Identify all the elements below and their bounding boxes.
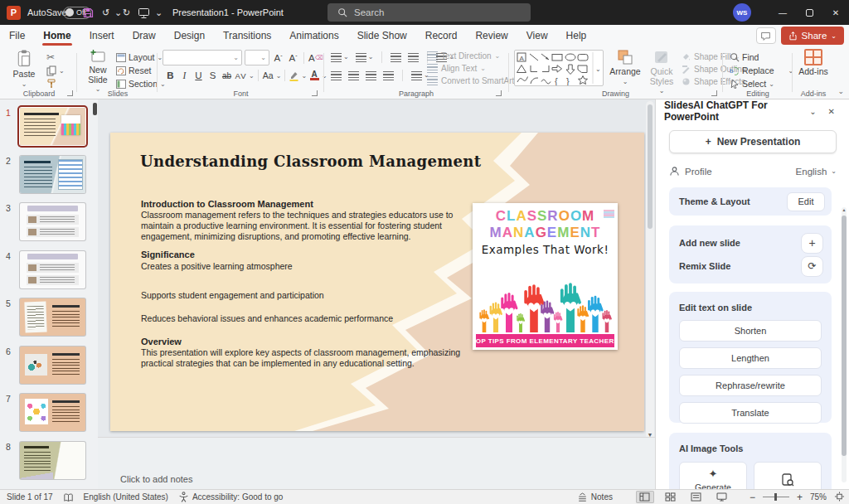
select-button[interactable]: Select ⌄: [730, 77, 793, 90]
image-search-button[interactable]: [754, 462, 822, 489]
edit-theme-button[interactable]: Edit: [787, 192, 825, 211]
tab-record[interactable]: Record: [416, 25, 467, 46]
font-dialog-launcher[interactable]: [312, 90, 318, 96]
scrollbar-thumb[interactable]: [648, 104, 653, 229]
tab-insert[interactable]: Insert: [80, 25, 124, 46]
numbering-button[interactable]: ⌄: [356, 53, 374, 62]
format-painter-button[interactable]: [46, 77, 65, 90]
rephrase-button[interactable]: Rephrase/rewrite: [679, 375, 822, 396]
comments-button[interactable]: [756, 27, 776, 44]
bold-button[interactable]: B: [164, 69, 177, 82]
tab-view[interactable]: View: [517, 25, 557, 46]
strikethrough-button[interactable]: ab: [221, 69, 233, 82]
grow-font-button[interactable]: Aˆ: [272, 51, 284, 65]
slide-3-preview[interactable]: [20, 203, 85, 240]
italic-button[interactable]: I: [178, 69, 191, 82]
quick-access-overflow-icon[interactable]: ⌄: [155, 0, 163, 25]
intro-heading[interactable]: Introduction to Classroom Management: [141, 199, 313, 209]
notes-toggle-button[interactable]: Notes: [577, 492, 613, 502]
zoom-out-button[interactable]: −: [750, 492, 755, 503]
highlight-color-button[interactable]: [289, 70, 299, 81]
overview-body[interactable]: This presentation will explore key aspec…: [141, 347, 473, 369]
redo-icon[interactable]: ↻: [123, 0, 130, 25]
clear-formatting-button[interactable]: A⌫: [308, 51, 323, 65]
tab-design[interactable]: Design: [165, 25, 214, 46]
find-button[interactable]: Find: [730, 51, 793, 64]
panel-close-icon[interactable]: ✕: [822, 107, 841, 116]
shrink-font-button[interactable]: Aˇ: [287, 51, 299, 65]
slide-7-preview[interactable]: [20, 394, 85, 431]
panel-scrollbar-thumb[interactable]: [842, 216, 847, 456]
character-spacing-button[interactable]: AV: [235, 69, 247, 82]
underline-button[interactable]: U: [192, 69, 205, 82]
notes-placeholder[interactable]: Click to add notes: [120, 474, 192, 484]
zoom-slider[interactable]: [763, 497, 789, 497]
panel-collapse-icon[interactable]: ⌄: [803, 107, 822, 116]
undo-icon[interactable]: ↺: [102, 0, 109, 25]
tab-file[interactable]: File: [0, 25, 34, 46]
bullets-button[interactable]: ⌄: [331, 53, 349, 62]
spellcheck-button[interactable]: [63, 492, 74, 502]
language-select[interactable]: English ⌄: [796, 167, 837, 177]
tab-help[interactable]: Help: [557, 25, 596, 46]
reset-button[interactable]: Reset: [116, 64, 166, 77]
copy-button[interactable]: ⌄: [46, 64, 65, 77]
slide-1-preview[interactable]: [20, 108, 85, 145]
tab-animations[interactable]: Animations: [280, 25, 347, 46]
thumbnail-panel-scrollbar[interactable]: [93, 103, 97, 115]
collapse-ribbon-icon[interactable]: ⌄: [837, 87, 844, 95]
change-case-button[interactable]: Aa: [262, 69, 274, 82]
justify-icon[interactable]: [383, 71, 394, 80]
tab-home[interactable]: Home: [34, 25, 80, 46]
arrange-button[interactable]: Arrange ⌄: [607, 49, 643, 85]
slide-5-preview[interactable]: [20, 298, 85, 336]
slide-editor[interactable]: Understanding Classroom Management Intro…: [110, 133, 644, 431]
font-name-select[interactable]: ⌄: [163, 50, 242, 65]
align-left-icon[interactable]: [331, 71, 342, 80]
language-status[interactable]: English (United States): [84, 492, 168, 502]
clipboard-dialog-launcher[interactable]: [67, 90, 73, 96]
font-size-select[interactable]: ⌄: [245, 50, 269, 65]
slide-thumbnail-5[interactable]: 5: [0, 298, 98, 342]
minimize-button[interactable]: —: [769, 0, 796, 25]
add-new-slide-button[interactable]: +: [801, 233, 823, 254]
shorten-button[interactable]: Shorten: [679, 320, 822, 342]
panel-scrollbar[interactable]: ▲: [842, 207, 847, 482]
decrease-indent-icon[interactable]: [391, 53, 401, 62]
slide-scrollbar[interactable]: ▼: [646, 101, 654, 439]
translate-button[interactable]: Translate: [679, 402, 822, 424]
slide-6-preview[interactable]: [20, 346, 85, 384]
user-avatar[interactable]: WS: [733, 3, 751, 22]
significance-heading[interactable]: Significance: [141, 250, 195, 259]
tab-slide-show[interactable]: Slide Show: [348, 25, 416, 46]
slide-2-preview[interactable]: [20, 156, 85, 193]
paragraph-dialog-launcher[interactable]: [496, 90, 502, 96]
increase-indent-icon[interactable]: [408, 53, 419, 62]
significance-item[interactable]: Creates a positive learning atmosphere: [141, 261, 293, 271]
align-center-icon[interactable]: [348, 71, 359, 80]
slide-thumbnail-1[interactable]: 1: [0, 108, 98, 151]
normal-view-button[interactable]: [636, 491, 654, 503]
tab-review[interactable]: Review: [466, 25, 517, 46]
zoom-in-button[interactable]: +: [797, 492, 803, 503]
shapes-gallery[interactable]: A { }: [514, 50, 604, 86]
scroll-up-icon[interactable]: ▲: [842, 207, 847, 212]
intro-body[interactable]: Classroom management refers to the techn…: [141, 210, 473, 242]
slide-thumbnail-8[interactable]: 8: [0, 442, 98, 485]
section-button[interactable]: Section⌄: [116, 77, 166, 90]
slideshow-view-button[interactable]: [713, 491, 731, 503]
slide-8-preview[interactable]: [20, 442, 85, 479]
classroom-management-image[interactable]: CLASSROOM MANAGEMENT Examples That Work!: [473, 203, 618, 350]
slide-indicator[interactable]: Slide 1 of 17: [7, 492, 53, 502]
addins-button[interactable]: Add-ins: [796, 49, 831, 77]
new-presentation-button[interactable]: + New Presentation: [669, 130, 837, 153]
accessibility-status[interactable]: Accessibility: Good to go: [178, 492, 284, 502]
slide-thumbnail-6[interactable]: 6: [0, 346, 98, 390]
close-button[interactable]: ✕: [822, 0, 849, 25]
layout-button[interactable]: Layout⌄: [116, 51, 166, 64]
remix-slide-button[interactable]: ⟳: [801, 256, 823, 277]
zoom-slider-thumb[interactable]: [774, 493, 777, 501]
slide-thumbnail-7[interactable]: 7: [0, 394, 98, 437]
slide-thumbnail-2[interactable]: 2: [0, 156, 98, 199]
undo-dropdown-icon[interactable]: ⌄: [114, 0, 122, 25]
